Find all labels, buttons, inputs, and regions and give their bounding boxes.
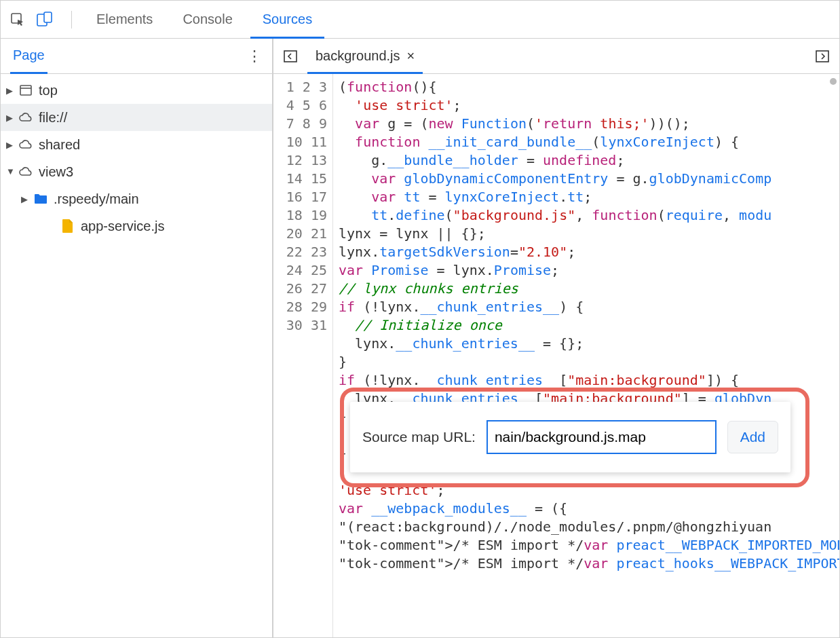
- divider: [71, 11, 72, 29]
- tree-label: file://: [39, 110, 67, 126]
- dialog-label: Source map URL:: [362, 429, 476, 445]
- line-numbers: 1 2 3 4 5 6 7 8 9 10 11 12 13 14 15 16 1…: [273, 74, 333, 637]
- add-button[interactable]: Add: [727, 421, 778, 453]
- sidebar-tab-page[interactable]: Page: [13, 39, 45, 74]
- tab-elements[interactable]: Elements: [81, 1, 168, 39]
- file-icon: [60, 219, 75, 233]
- svg-rect-6: [816, 51, 828, 62]
- inspect-icon[interactable]: [7, 10, 28, 30]
- frame-icon: [18, 83, 33, 98]
- file-tab-background[interactable]: background.js ×: [307, 39, 423, 74]
- cloud-icon: [18, 110, 33, 125]
- cloud-icon: [18, 164, 33, 179]
- tree-item-top[interactable]: ▶ top: [1, 77, 272, 104]
- tree-item-shared[interactable]: ▶ shared: [1, 131, 272, 158]
- svg-rect-2: [44, 12, 52, 22]
- tree-item-rspeedy-main[interactable]: ▶ .rspeedy/main: [1, 185, 272, 212]
- tree-label: top: [39, 83, 58, 98]
- nav-forward-icon[interactable]: [812, 46, 833, 67]
- sources-sidebar: Page ⋮ ▶ top ▶ file://: [1, 39, 273, 637]
- tree-label: shared: [39, 137, 80, 153]
- svg-rect-3: [20, 86, 31, 95]
- svg-rect-5: [284, 51, 297, 62]
- tab-console[interactable]: Console: [168, 1, 247, 39]
- tree-label: .rspeedy/main: [54, 191, 139, 207]
- chevron-right-icon: ▶: [6, 86, 16, 96]
- nav-back-icon[interactable]: [280, 46, 301, 67]
- tree-item-view3[interactable]: ▼ view3: [1, 158, 272, 185]
- tree-label: app-service.js: [81, 219, 164, 234]
- device-icon[interactable]: [35, 10, 55, 30]
- close-icon[interactable]: ×: [407, 48, 415, 64]
- source-map-dialog: Source map URL: Add: [350, 402, 790, 472]
- tree-item-file-scheme[interactable]: ▶ file://: [1, 104, 272, 131]
- scroll-indicator: [830, 78, 837, 85]
- cloud-icon: [18, 137, 33, 152]
- source-map-url-input[interactable]: [486, 420, 717, 454]
- code-content[interactable]: (function(){ 'use strict'; var g = (new …: [333, 74, 839, 637]
- chevron-right-icon: ▶: [6, 140, 16, 150]
- file-tab-label: background.js: [316, 48, 400, 64]
- tree-label: view3: [39, 164, 73, 180]
- code-editor: background.js × 1 2 3 4 5 6 7 8 9 10 11 …: [273, 39, 839, 637]
- more-icon[interactable]: ⋮: [247, 48, 263, 65]
- devtools-tab-bar: Elements Console Sources: [1, 1, 839, 39]
- tab-sources[interactable]: Sources: [248, 1, 327, 39]
- folder-icon: [33, 191, 48, 206]
- chevron-right-icon: ▶: [21, 194, 31, 204]
- file-tree: ▶ top ▶ file:// ▶: [1, 74, 272, 242]
- chevron-down-icon: ▼: [6, 166, 16, 176]
- chevron-right-icon: ▶: [6, 113, 16, 123]
- tree-item-app-service[interactable]: app-service.js: [1, 212, 272, 240]
